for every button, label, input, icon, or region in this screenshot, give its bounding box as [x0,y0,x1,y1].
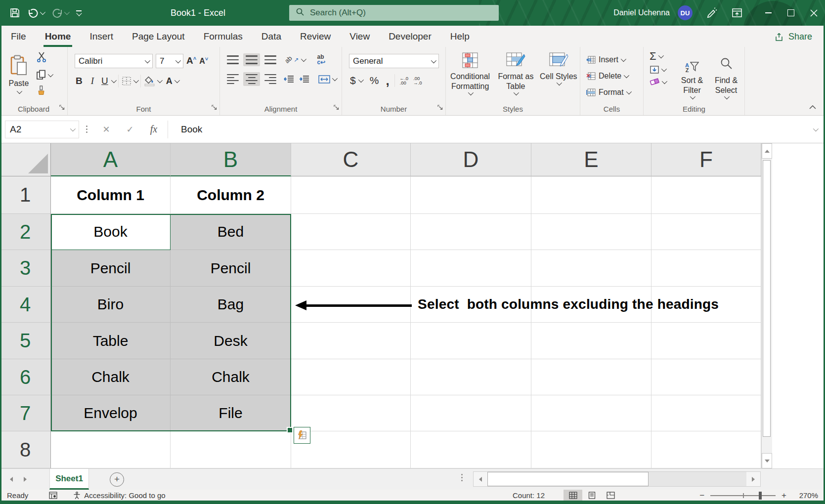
cancel-entry-button[interactable]: ✕ [94,124,118,135]
cell-F8[interactable] [651,431,761,468]
delete-cells-button[interactable]: Delete [586,69,643,83]
cell-D5[interactable] [411,323,531,359]
zoom-in-button[interactable]: + [782,491,786,501]
cell-A1[interactable]: Column 1 [51,176,171,214]
cell-A8[interactable] [51,431,171,468]
zoom-out-button[interactable]: − [699,491,704,501]
cell-E5[interactable] [531,323,651,359]
tab-data[interactable]: Data [261,26,281,47]
cell-D8[interactable] [411,431,531,468]
tab-home[interactable]: Home [45,26,71,47]
decrease-font-size-button[interactable]: A˅ [199,56,208,66]
tab-file[interactable]: File [11,26,26,47]
cell-B2[interactable]: Bed [171,214,291,250]
cell-B4[interactable]: Bag [171,287,291,323]
column-header-D[interactable]: D [411,143,531,176]
tab-page-layout[interactable]: Page Layout [132,26,185,47]
increase-font-size-button[interactable]: A˄ [186,55,196,66]
cell-A5[interactable]: Table [51,323,171,359]
accounting-dropdown-icon[interactable] [358,77,363,83]
cell-E7[interactable] [531,395,651,431]
increase-decimal-button[interactable]: ←.0 .00 [400,76,408,85]
cell-A7[interactable]: Envelop [51,395,171,431]
bottom-align-button[interactable] [264,55,276,64]
row-header-5[interactable]: 5 [0,323,51,359]
font-family-select[interactable]: Calibri [75,54,153,68]
font-color-dropdown-icon[interactable] [174,78,180,83]
scroll-up-icon[interactable] [762,143,772,159]
column-header-A[interactable]: A [51,143,171,176]
vertical-scrollbar-thumb[interactable] [763,160,771,437]
tab-help[interactable]: Help [450,26,470,47]
align-center-button[interactable] [243,72,260,86]
comma-style-button[interactable]: , [386,77,389,84]
row-header-3[interactable]: 3 [0,250,51,287]
tab-bar-grip-icon[interactable] [461,474,463,481]
cell-A3[interactable]: Pencil [51,250,171,287]
scroll-left-icon[interactable] [474,472,487,486]
row-header-7[interactable]: 7 [0,395,51,431]
align-left-button[interactable] [227,74,239,84]
merge-center-button[interactable] [318,75,336,84]
horizontal-scrollbar-thumb[interactable] [487,472,649,486]
enter-entry-button[interactable]: ✓ [118,124,142,135]
paste-button[interactable]: Paste [5,50,33,94]
number-dialog-launcher-icon[interactable] [437,103,443,112]
italic-button[interactable]: I [91,76,94,86]
save-icon[interactable] [10,8,20,18]
paste-dropdown-icon[interactable] [17,88,22,94]
cell-D1[interactable] [411,176,531,214]
undo-dropdown-icon[interactable] [40,9,45,15]
cell-E2[interactable] [531,214,651,250]
zoom-slider[interactable] [710,495,776,496]
cell-D7[interactable] [411,395,531,431]
quick-analysis-button[interactable] [294,427,310,444]
cell-C6[interactable] [291,359,411,395]
tab-view[interactable]: View [349,26,370,47]
column-header-B[interactable]: B [171,143,291,176]
column-header-C[interactable]: C [291,143,411,176]
font-size-select[interactable]: 7 [156,54,183,68]
formula-input[interactable]: Book [181,124,202,135]
cell-B6[interactable]: Chalk [171,359,291,395]
row-header-4[interactable]: 4 [0,287,51,323]
macro-record-icon[interactable] [49,492,57,499]
cell-B3[interactable]: Pencil [171,250,291,287]
normal-view-button[interactable] [564,490,582,501]
ribbon-display-options-icon[interactable] [732,8,742,17]
vertical-scrollbar[interactable] [761,143,772,468]
copy-dropdown-icon[interactable] [48,71,53,77]
page-break-preview-button[interactable] [601,490,620,501]
search-box[interactable] [289,5,499,21]
format-painter-icon[interactable] [37,85,52,97]
cell-F3[interactable] [651,250,761,287]
cut-icon[interactable] [37,52,52,64]
next-sheet-icon[interactable] [24,477,27,482]
status-count[interactable]: Count: 12 [513,491,545,500]
orientation-button[interactable]: ab ↗ [285,56,305,63]
cell-F2[interactable] [651,214,761,250]
undo-button[interactable] [28,8,44,18]
fill-color-dropdown-icon[interactable] [157,78,163,83]
row-header-6[interactable]: 6 [0,359,51,395]
user-name[interactable]: Daniel Uchenna [613,8,670,17]
autosum-dropdown-icon[interactable] [658,53,663,58]
middle-align-button[interactable] [243,53,260,66]
insert-dropdown-icon[interactable] [621,56,626,61]
minimize-button[interactable] [757,0,780,26]
underline-dropdown-icon[interactable] [111,78,117,83]
scroll-right-icon[interactable] [746,472,760,486]
decrease-indent-button[interactable] [284,75,295,83]
tab-insert[interactable]: Insert [89,26,113,47]
cell-D3[interactable] [411,250,531,287]
clear-button[interactable] [650,78,666,86]
insert-cells-button[interactable]: Insert [586,53,643,66]
previous-sheet-icon[interactable] [10,477,13,482]
new-sheet-button[interactable]: + [110,472,124,487]
number-format-select[interactable]: General [349,54,439,68]
cell-C2[interactable] [291,214,411,250]
cell-F5[interactable] [651,323,761,359]
cell-A4[interactable]: Biro [51,287,171,323]
row-header-1[interactable]: 1 [0,176,51,214]
close-button[interactable] [802,0,825,26]
